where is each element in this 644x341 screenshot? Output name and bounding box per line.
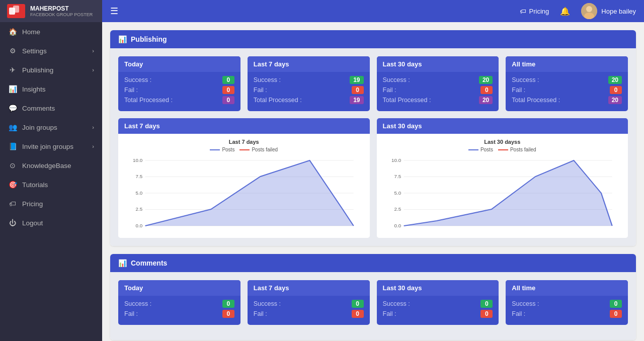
svg-text:15/03/2018: 15/03/2018 (271, 229, 293, 231)
sidebar-item-tutorials[interactable]: 🎯 Tutorials (0, 175, 102, 194)
legend-posts-label: Posts (222, 147, 234, 152)
pub-alltime-header: All time (506, 56, 628, 72)
com-last7-success-row: Success : 0 (254, 300, 364, 308)
svg-text:7.5: 7.5 (394, 174, 401, 179)
svg-text:5.0: 5.0 (136, 190, 143, 196)
pub-last7-header: Last 7 days (248, 56, 370, 72)
chart-last7: Last 7 days Last 7 days Posts (118, 118, 370, 238)
chart-last30-title: Last 30 dayss (382, 139, 623, 145)
topbar-pricing-label: Pricing (529, 8, 549, 15)
svg-text:09/03/2018: 09/03/2018 (392, 229, 415, 231)
pub-last30-fail-badge: 0 (480, 86, 493, 94)
publishing-title: Publishing (131, 35, 167, 43)
pub-last7-total-row: Total Processed : 19 (254, 96, 364, 104)
pub-stat-today: Today Success : 0 Fail : 0 (118, 56, 240, 111)
svg-text:16/03/2018: 16/03/2018 (601, 229, 623, 231)
com-alltime-fail-row: Fail : 0 (512, 310, 622, 318)
pub-today-header: Today (118, 56, 240, 72)
com-last30-header: Last 30 days (377, 280, 499, 296)
pricing-icon: 🏷 (8, 200, 17, 208)
publishing-charts-row: Last 7 days Last 7 days Posts (118, 118, 628, 238)
com-last7-fail-badge: 0 (352, 310, 364, 318)
com-fail-label-4: Fail : (512, 310, 525, 317)
chart-last7-title: Last 7 days (123, 139, 365, 145)
sidebar-label-insights: Insights (22, 86, 46, 93)
chart-last7-header: Last 7 days (118, 118, 370, 134)
sidebar-item-home[interactable]: 🏠 Home (0, 22, 102, 41)
com-today-success-badge: 0 (222, 300, 234, 308)
publishing-icon: ✈ (8, 66, 17, 74)
publishing-header: 📊 Publishing (110, 30, 636, 48)
com-last30-fail-row: Fail : 0 (383, 310, 493, 318)
chart-last7-svg: 10.0 7.5 5.0 2.5 0.0 13/03/2018 (123, 155, 365, 231)
sidebar-item-settings[interactable]: ⚙ Settings › (0, 41, 102, 60)
bell-icon[interactable]: 🔔 (560, 7, 570, 16)
sidebar-label-logout: Logout (22, 219, 43, 227)
sidebar-label-settings: Settings (22, 47, 47, 55)
sidebar-label-home: Home (22, 28, 40, 36)
sidebar-item-knowledgebase[interactable]: ⊙ KnowledgeBase (0, 156, 102, 175)
com-last30-fail-badge: 0 (480, 310, 493, 318)
pub-today-body: Success : 0 Fail : 0 Total Processed : 0 (118, 72, 240, 111)
sidebar-label-kb: KnowledgeBase (22, 162, 71, 169)
com-fail-label-2: Fail : (254, 310, 267, 317)
com-stat-today: Today Success : 0 Fail : 0 (118, 280, 240, 325)
com-today-body: Success : 0 Fail : 0 (118, 296, 240, 325)
total-label-4: Total Processed : (512, 97, 560, 104)
sidebar-item-insights[interactable]: 📊 Insights (0, 79, 102, 99)
sidebar-label-publishing: Publishing (22, 66, 53, 74)
svg-text:5.0: 5.0 (394, 190, 401, 196)
success-label-2: Success : (254, 76, 281, 83)
svg-text:7.5: 7.5 (136, 174, 143, 179)
publishing-section: 📊 Publishing Today Success : 0 (110, 30, 636, 246)
total-label-2: Total Processed : (254, 97, 302, 104)
pub-stat-last7: Last 7 days Success : 19 Fail : 0 (248, 56, 370, 111)
sidebar-item-comments[interactable]: 💬 Comments (0, 99, 102, 118)
legend-failed-2: Posts failed (498, 147, 536, 152)
svg-text:10.0: 10.0 (133, 157, 142, 163)
com-last30-success-badge: 0 (480, 300, 493, 308)
com-alltime-success-row: Success : 0 (512, 300, 622, 308)
sidebar-item-logout[interactable]: ⏻ Logout (0, 213, 102, 232)
sidebar-item-invite-join-groups[interactable]: 📘 Invite join groups › (0, 137, 102, 156)
pub-alltime-success-row: Success : 20 (512, 76, 622, 84)
com-last30-body: Success : 0 Fail : 0 (377, 296, 499, 325)
pub-stat-alltime: All time Success : 20 Fail : 0 (506, 56, 628, 111)
logo-icon (7, 4, 25, 18)
svg-rect-1 (13, 6, 19, 13)
svg-text:14/03/2018: 14/03/2018 (200, 229, 222, 231)
com-today-fail-row: Fail : 0 (124, 310, 234, 318)
chart-last30: Last 30 days Last 30 dayss Posts (377, 118, 628, 238)
sidebar-item-publishing[interactable]: ✈ Publishing › (0, 60, 102, 79)
pub-alltime-fail-badge: 0 (610, 86, 622, 94)
chart-last30-legend: Posts Posts failed (382, 147, 623, 152)
chart-icon-comments: 📊 (118, 259, 127, 267)
sidebar-item-pricing[interactable]: 🏷 Pricing (0, 194, 102, 213)
sidebar-label-join-groups: Join groups (22, 124, 57, 131)
join-groups-icon: 👥 (8, 123, 17, 131)
chevron-right-icon-4: › (92, 143, 94, 149)
invite-icon: 📘 (8, 142, 17, 150)
success-label-4: Success : (512, 76, 539, 83)
legend-posts-line (210, 149, 220, 150)
tag-icon: 🏷 (520, 8, 526, 15)
sidebar: MAHERPOST FACEBOOK GROUP POSTER 🏠 Home ⚙… (0, 0, 102, 341)
topbar-pricing-link[interactable]: 🏷 Pricing (520, 8, 549, 15)
com-fail-label-3: Fail : (383, 310, 396, 317)
pub-alltime-total-row: Total Processed : 20 (512, 96, 622, 104)
pub-last30-fail-row: Fail : 0 (383, 86, 493, 94)
fail-label: Fail : (124, 87, 138, 94)
pub-today-total-badge: 0 (222, 96, 234, 104)
hamburger-icon[interactable]: ☰ (110, 6, 118, 17)
com-success-label-4: Success : (512, 300, 539, 307)
com-alltime-header: All time (506, 280, 628, 296)
sidebar-item-join-groups[interactable]: 👥 Join groups › (0, 118, 102, 137)
legend-failed-line (239, 149, 250, 150)
com-last7-success-badge: 0 (352, 300, 364, 308)
content-area: 📊 Publishing Today Success : 0 (102, 22, 644, 341)
topbar-user[interactable]: Hope bailey (581, 3, 636, 19)
svg-text:10.0: 10.0 (391, 157, 401, 163)
logo-text-block: MAHERPOST FACEBOOK GROUP POSTER (30, 5, 93, 17)
pub-last7-fail-row: Fail : 0 (254, 86, 364, 94)
com-today-header: Today (118, 280, 240, 296)
